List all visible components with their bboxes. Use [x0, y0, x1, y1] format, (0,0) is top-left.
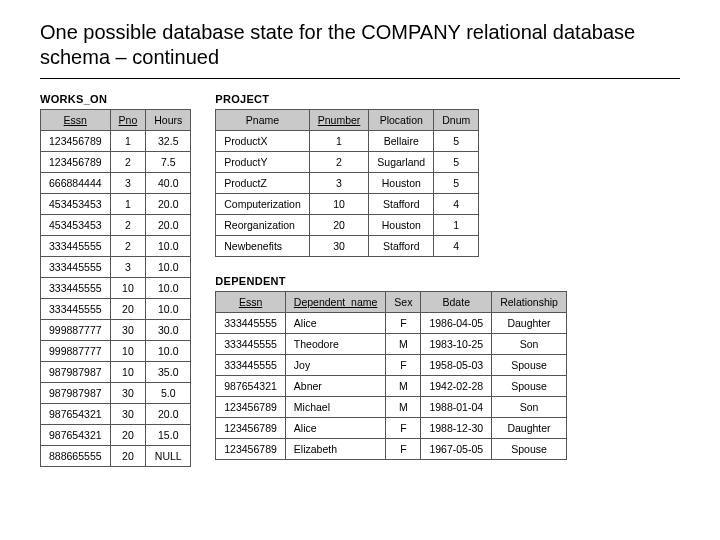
- table-cell: 1967-05-05: [421, 439, 492, 460]
- table-cell: Daughter: [492, 418, 567, 439]
- table-cell: 987654321: [216, 376, 286, 397]
- table-cell: 1942-02-28: [421, 376, 492, 397]
- table-cell: 333445555: [216, 334, 286, 355]
- table-cell: 5: [434, 173, 479, 194]
- table-cell: Newbenefits: [216, 236, 309, 257]
- table-cell: 10: [110, 341, 146, 362]
- table-cell: Son: [492, 334, 567, 355]
- table-cell: 10.0: [146, 236, 191, 257]
- table-row: 333445555AliceF1986-04-05Daughter: [216, 313, 567, 334]
- table-row: 333445555JoyF1958-05-03Spouse: [216, 355, 567, 376]
- table-cell: Computerization: [216, 194, 309, 215]
- table-cell: Daughter: [492, 313, 567, 334]
- table-cell: Joy: [285, 355, 385, 376]
- table-cell: 1988-12-30: [421, 418, 492, 439]
- table-cell: 3: [110, 173, 146, 194]
- table-cell: 30: [110, 320, 146, 341]
- table-row: 333445555210.0: [41, 236, 191, 257]
- table-cell: 5: [434, 131, 479, 152]
- table-cell: Houston: [369, 173, 434, 194]
- table-row: 123456789132.5: [41, 131, 191, 152]
- table-cell: 453453453: [41, 215, 111, 236]
- table-cell: 333445555: [41, 278, 111, 299]
- dependent-label: DEPENDENT: [215, 275, 680, 287]
- table-row: ProductZ3Houston5: [216, 173, 479, 194]
- table-cell: 10.0: [146, 257, 191, 278]
- table-cell: F: [386, 418, 421, 439]
- table-cell: 10: [309, 194, 369, 215]
- table-cell: 333445555: [41, 257, 111, 278]
- table-cell: 30: [110, 383, 146, 404]
- table-cell: 2: [309, 152, 369, 173]
- table-cell: 10.0: [146, 278, 191, 299]
- table-cell: 1: [309, 131, 369, 152]
- table-cell: 35.0: [146, 362, 191, 383]
- table-cell: 999887777: [41, 341, 111, 362]
- table-cell: Son: [492, 397, 567, 418]
- project-table: PnamePnumberPlocationDnumProductX1Bellai…: [215, 109, 479, 257]
- table-cell: 987654321: [41, 425, 111, 446]
- table-cell: 5: [434, 152, 479, 173]
- works-on-block: WORKS_ON EssnPnoHours123456789132.512345…: [40, 93, 191, 467]
- table-header: Plocation: [369, 110, 434, 131]
- table-cell: 20.0: [146, 194, 191, 215]
- table-row: 333445555310.0: [41, 257, 191, 278]
- table-cell: M: [386, 376, 421, 397]
- table-cell: 20: [110, 446, 146, 467]
- table-cell: Reorganization: [216, 215, 309, 236]
- table-cell: Spouse: [492, 439, 567, 460]
- table-cell: 999887777: [41, 320, 111, 341]
- table-cell: 3: [110, 257, 146, 278]
- table-cell: ProductZ: [216, 173, 309, 194]
- table-cell: M: [386, 397, 421, 418]
- table-cell: NULL: [146, 446, 191, 467]
- project-label: PROJECT: [215, 93, 680, 105]
- table-row: 9879879871035.0: [41, 362, 191, 383]
- table-row: 3334455551010.0: [41, 278, 191, 299]
- table-cell: 20: [309, 215, 369, 236]
- table-row: 9998877773030.0: [41, 320, 191, 341]
- table-cell: 123456789: [216, 418, 286, 439]
- table-row: 987654321AbnerM1942-02-28Spouse: [216, 376, 567, 397]
- table-cell: 1988-01-04: [421, 397, 492, 418]
- table-cell: ProductY: [216, 152, 309, 173]
- table-header: Essn: [216, 292, 286, 313]
- table-row: 123456789ElizabethF1967-05-05Spouse: [216, 439, 567, 460]
- table-cell: Houston: [369, 215, 434, 236]
- table-cell: M: [386, 334, 421, 355]
- table-header: Bdate: [421, 292, 492, 313]
- table-row: Computerization10Stafford4: [216, 194, 479, 215]
- table-cell: 30: [309, 236, 369, 257]
- table-cell: 15.0: [146, 425, 191, 446]
- table-cell: Stafford: [369, 236, 434, 257]
- table-cell: Theodore: [285, 334, 385, 355]
- table-cell: 987654321: [41, 404, 111, 425]
- table-row: 9876543213020.0: [41, 404, 191, 425]
- table-row: Newbenefits30Stafford4: [216, 236, 479, 257]
- table-row: ProductY2Sugarland5: [216, 152, 479, 173]
- table-cell: 987987987: [41, 362, 111, 383]
- table-cell: F: [386, 355, 421, 376]
- table-row: 987987987305.0: [41, 383, 191, 404]
- table-cell: 123456789: [216, 439, 286, 460]
- works-on-table: EssnPnoHours123456789132.512345678927.56…: [40, 109, 191, 467]
- table-cell: Michael: [285, 397, 385, 418]
- table-header: Relationship: [492, 292, 567, 313]
- table-row: 666884444340.0: [41, 173, 191, 194]
- title-rule: [40, 78, 680, 79]
- project-block: PROJECT PnamePnumberPlocationDnumProduct…: [215, 93, 680, 257]
- table-cell: 10: [110, 278, 146, 299]
- table-row: 333445555TheodoreM1983-10-25Son: [216, 334, 567, 355]
- table-row: 3334455552010.0: [41, 299, 191, 320]
- table-cell: 123456789: [41, 131, 111, 152]
- table-cell: 453453453: [41, 194, 111, 215]
- table-cell: 10.0: [146, 341, 191, 362]
- table-cell: 666884444: [41, 173, 111, 194]
- table-cell: 123456789: [41, 152, 111, 173]
- table-cell: Stafford: [369, 194, 434, 215]
- table-cell: F: [386, 439, 421, 460]
- table-row: 9998877771010.0: [41, 341, 191, 362]
- table-cell: 2: [110, 215, 146, 236]
- dependent-block: DEPENDENT EssnDependent_nameSexBdateRela…: [215, 275, 680, 460]
- table-cell: 20.0: [146, 404, 191, 425]
